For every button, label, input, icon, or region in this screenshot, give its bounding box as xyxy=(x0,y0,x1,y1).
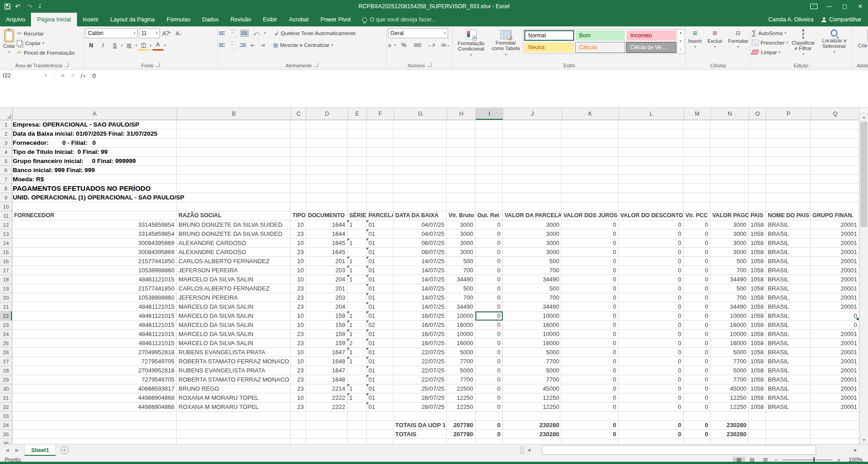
cell-E12[interactable]: 1 xyxy=(347,220,367,229)
cell-E28[interactable] xyxy=(347,366,367,375)
cell-E35[interactable] xyxy=(347,430,367,439)
row-header-8[interactable]: 8 xyxy=(0,184,12,193)
cell-N17[interactable]: 700 xyxy=(710,266,749,275)
cell-G33[interactable] xyxy=(393,412,447,421)
cell-D1[interactable] xyxy=(306,120,347,129)
row-header-6[interactable]: 6 xyxy=(0,166,12,175)
cell-M20[interactable]: 0 xyxy=(684,293,710,302)
cell-C32[interactable]: 23 xyxy=(291,403,306,412)
cell-D22[interactable]: 159 xyxy=(306,311,347,321)
cell-B13[interactable]: BRUNO DONIZETE DA SILVA SUIDED xyxy=(177,229,291,239)
cell-M22[interactable]: 0 xyxy=(684,311,710,321)
tab-acrobat[interactable]: Acrobat xyxy=(283,13,314,26)
cell-M33[interactable] xyxy=(684,412,710,421)
cell-K9[interactable] xyxy=(562,193,618,202)
cell-F27[interactable]: 01 xyxy=(367,357,393,366)
cell-C29[interactable]: 23 xyxy=(291,375,306,384)
paste-button[interactable]: Colar▾ xyxy=(1,27,17,56)
cell-C34[interactable] xyxy=(291,421,306,430)
cell-M32[interactable]: 0 xyxy=(684,403,710,412)
cell-H25[interactable]: 16000 xyxy=(447,339,475,348)
cell-H27[interactable]: 7700 xyxy=(447,357,475,366)
cell-J7[interactable] xyxy=(503,175,562,184)
cell-I9[interactable] xyxy=(475,193,503,202)
cell-J17[interactable]: 700 xyxy=(503,266,562,275)
cell-B15[interactable]: ALEXANDRE CARDOSO xyxy=(177,248,291,257)
cell-G34[interactable]: TOTAIS DA UOP 1 xyxy=(393,421,447,430)
decrease-font-icon[interactable]: A₋ xyxy=(174,29,184,38)
cell-I20[interactable]: 0 xyxy=(475,293,503,302)
cell-C2[interactable] xyxy=(291,129,306,138)
col-header-O[interactable]: O xyxy=(749,108,766,120)
cell-G8[interactable] xyxy=(393,184,447,193)
cell-P28[interactable]: BRASIL xyxy=(766,366,811,375)
row-header-33[interactable]: 33 xyxy=(0,412,12,421)
bold-button[interactable]: N xyxy=(86,41,97,50)
cell-D2[interactable] xyxy=(306,129,347,138)
cell-I30[interactable]: 0 xyxy=(475,384,503,393)
cell-E10[interactable] xyxy=(347,202,367,211)
cell-B28[interactable]: RUBENS EVANGELISTA PRATA xyxy=(177,366,291,375)
cell-P21[interactable]: BRASIL xyxy=(766,302,811,311)
row-header-1[interactable]: 1 xyxy=(0,120,12,129)
delete-cells-button[interactable]: ⊠ Excluir▾ xyxy=(705,27,725,51)
cell-K5[interactable] xyxy=(562,157,618,166)
cell-L24[interactable]: 0 xyxy=(618,330,684,339)
cell-C25[interactable]: 23 xyxy=(291,339,306,348)
cell-C1[interactable] xyxy=(291,120,306,129)
cell-P11[interactable]: NOME DO PAIS xyxy=(766,211,811,220)
cell-K33[interactable] xyxy=(562,412,618,421)
cell-N16[interactable]: 500 xyxy=(710,257,749,266)
font-family-select[interactable]: Calibri▾ xyxy=(86,28,138,38)
cell-E23[interactable]: 1 xyxy=(347,321,367,330)
cell-K31[interactable]: 0 xyxy=(562,393,618,403)
col-header-A[interactable]: A xyxy=(13,108,177,120)
cell-O9[interactable] xyxy=(749,193,766,202)
cell-H6[interactable] xyxy=(447,166,475,175)
cell-A14[interactable]: 30084395869 xyxy=(12,239,177,248)
find-select-button[interactable]: Localizar e Selecionar▾ xyxy=(818,27,850,56)
cell-C9[interactable] xyxy=(291,193,306,202)
col-header-L[interactable]: L xyxy=(619,108,684,120)
cell-A34[interactable] xyxy=(12,421,177,430)
cell-F35[interactable] xyxy=(367,430,393,439)
cell-H10[interactable] xyxy=(447,202,475,211)
cell-M4[interactable] xyxy=(684,148,710,157)
cell-D3[interactable] xyxy=(306,138,347,148)
increase-font-icon[interactable]: Aˇ̸⁺ xyxy=(161,29,172,38)
cell-I4[interactable] xyxy=(475,148,503,157)
cell-L23[interactable]: 0 xyxy=(618,321,684,330)
cell-P9[interactable] xyxy=(766,193,811,202)
cell-M2[interactable] xyxy=(684,129,710,138)
cell-P6[interactable] xyxy=(766,166,811,175)
format-as-table-button[interactable]: Formatar como Tabela▾ xyxy=(488,27,523,59)
cell-A10[interactable] xyxy=(12,202,177,211)
cell-K17[interactable]: 0 xyxy=(562,266,618,275)
cell-I2[interactable] xyxy=(475,129,503,138)
cell-L9[interactable] xyxy=(618,193,684,202)
cell-P29[interactable]: BRASIL xyxy=(766,375,811,384)
cell-A19[interactable]: 21577441850 xyxy=(12,284,177,293)
cell-I17[interactable]: 0 xyxy=(475,266,503,275)
cell-M11[interactable]: Vlr. PCC xyxy=(684,211,710,220)
row-header-22[interactable]: 22 xyxy=(0,311,12,321)
cell-I5[interactable] xyxy=(475,157,503,166)
style-chip-normal[interactable]: Normal xyxy=(524,30,574,41)
insert-function-icon[interactable]: ƒx xyxy=(78,72,88,79)
cell-O21[interactable]: 1058 xyxy=(749,302,766,311)
cell-E20[interactable] xyxy=(347,293,367,302)
cell-L22[interactable]: 0 xyxy=(618,311,684,321)
cell-G20[interactable]: 14/07/25 xyxy=(393,293,447,302)
cell-O24[interactable]: 1058 xyxy=(749,330,766,339)
cell-J29[interactable]: 7700 xyxy=(503,375,562,384)
cell-D18[interactable]: 204 xyxy=(306,275,347,284)
underline-dropdown[interactable]: ▾ xyxy=(121,44,123,47)
cell-C21[interactable]: 23 xyxy=(291,302,306,311)
percent-style-icon[interactable]: % xyxy=(398,41,409,50)
cell-B32[interactable]: ROXANA M MORARU TOPEL xyxy=(177,403,291,412)
cell-L11[interactable]: VALOR DO DESCONTO xyxy=(618,211,684,220)
cell-N27[interactable]: 7700 xyxy=(710,357,749,366)
row-header-5[interactable]: 5 xyxy=(0,157,12,166)
cell-M30[interactable]: 0 xyxy=(684,384,710,393)
cell-G32[interactable]: 28/07/25 xyxy=(393,403,447,412)
